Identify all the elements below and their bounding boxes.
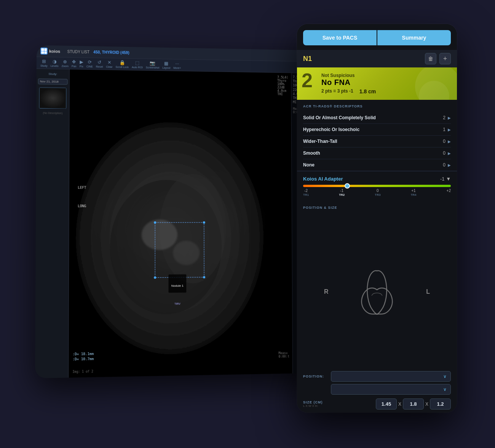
thyroid-label-r: R — [324, 288, 329, 295]
adjust-icon: ◑ — [53, 59, 56, 64]
ai-adapter-section: Koios AI Adapter -1 ▼ -2 TR1 — [297, 171, 457, 201]
thyroid-label-l: L — [426, 288, 430, 295]
size-w-input[interactable] — [403, 398, 424, 410]
toolbar-roi-label: Auto ROI — [132, 66, 143, 69]
toolbar-cine[interactable]: ⟳ CINE — [86, 59, 93, 68]
toolbar-pix[interactable]: ▶ Pix — [80, 59, 83, 68]
toolbar-zoom[interactable]: ⊕ Zoom — [62, 59, 69, 67]
toolbar-clear[interactable]: ✕ Clear — [106, 60, 113, 68]
position-select-1[interactable]: ∨ — [331, 371, 451, 382]
thyroid-diagram: R L — [303, 213, 451, 371]
logo-icon — [40, 48, 48, 54]
toolbar-auto-roi[interactable]: ⬚ Auto ROI — [132, 60, 143, 69]
ai-slider-num-1: -1 — [340, 189, 343, 193]
logo-dot — [41, 51, 44, 54]
toolbar-reset[interactable]: ↺ Reset — [96, 59, 103, 68]
descriptor-arrow-1: ▶ — [448, 128, 451, 132]
save-to-pacs-button[interactable]: Save to PACS — [303, 30, 377, 45]
descriptor-row-2[interactable]: Wider-Than-Tall 0 ▶ — [303, 136, 451, 147]
ai-slider-thumb[interactable] — [345, 183, 350, 189]
toolbar-layout-label: Layout — [162, 66, 170, 69]
size-label: SIZE (CM) — [303, 400, 323, 404]
toolbar-cine-label: CINE — [86, 65, 93, 68]
study-list-label: STUDY LIST — [67, 50, 90, 54]
descriptor-score-4: 0 — [438, 162, 446, 168]
ai-adapter-dropdown-arrow: ▼ — [446, 176, 451, 182]
toolbar-zoom-label: Zoom — [62, 65, 69, 67]
image-number: Img: 1 of 2 — [72, 370, 93, 374]
ai-adapter-label: Koios AI Adapter — [303, 176, 343, 182]
toolbar-scroll-lock[interactable]: 🔒 Scroll Lock — [116, 60, 129, 68]
ai-slider-track — [303, 185, 451, 187]
summary-button[interactable]: Summary — [377, 30, 451, 45]
us-params-right: 7.5L4(Thyro100%22dB4.0cmTHI — [277, 76, 288, 96]
descriptor-row-1[interactable]: Hyperechoic Or Isoechoic 1 ▶ — [303, 124, 451, 136]
thumbnail-image — [40, 88, 66, 108]
study-date-select[interactable]: Nov 21, 2018 — [38, 78, 68, 85]
position-size-section: POSITION & SIZE R L — [297, 201, 457, 413]
descriptor-row-4[interactable]: None 0 ▶ — [303, 159, 451, 171]
ai-adapter-value-text: -1 — [440, 176, 445, 182]
logo-text: koios — [49, 49, 60, 54]
descriptor-name-3: Smooth — [303, 150, 438, 156]
toolbar-more[interactable]: ··· More+ — [173, 61, 181, 69]
add-nodule-button[interactable]: + — [439, 53, 451, 64]
pacs-main-image[interactable]: Nodule 1 TIRV LEFT LONG 7.5L4(Thyro100%2… — [69, 69, 292, 378]
size-h-input[interactable] — [430, 398, 451, 410]
ultrasound-canvas: Nodule 1 TIRV LEFT LONG 7.5L4(Thyro100%2… — [69, 69, 292, 378]
descriptors-section: ACR TI-RADS® DESCRIPTORS Solid Or Almost… — [297, 100, 457, 171]
pan-icon: ✥ — [72, 59, 76, 64]
thyroid-svg — [339, 259, 415, 324]
measure-d1: :D= 18.1mm — [73, 352, 94, 356]
toolbar-pan[interactable]: ✥ Pan — [72, 59, 77, 67]
score-size: 1.8 cm — [359, 88, 376, 94]
ai-slider-cat-2: TR3 — [375, 193, 380, 197]
pacs-viewer-tablet: koios STUDY LIST 450, THYROID (459) ⊞ St… — [35, 45, 326, 378]
svg-point-6 — [154, 221, 156, 224]
koios-logo: koios — [40, 48, 60, 55]
descriptor-arrow-2: ▶ — [448, 139, 451, 144]
position-size-label: POSITION & SIZE — [303, 206, 451, 210]
descriptor-score-3: 0 — [438, 150, 446, 156]
svg-point-7 — [203, 221, 205, 224]
sidebar-study-label: Study: — [38, 72, 68, 76]
descriptors-section-label: ACR TI-RADS® DESCRIPTORS — [303, 104, 451, 108]
size-l-input[interactable] — [376, 398, 397, 410]
pacs-sidebar: Study: Nov 21, 2018 (No Description) — [35, 69, 70, 378]
svg-text:TIRV: TIRV — [174, 302, 180, 305]
toolbar-levels-label: Levels — [51, 64, 59, 67]
grid-icon: ⊞ — [42, 59, 46, 64]
descriptor-arrow-3: ▶ — [448, 151, 451, 155]
no-description: (No Description) — [38, 112, 67, 115]
nodule-header-icons: 🗑 + — [425, 53, 451, 64]
delete-nodule-button[interactable]: 🗑 — [425, 53, 436, 64]
layout-icon: ▦ — [164, 61, 168, 66]
size-x-1: X — [398, 402, 401, 407]
toolbar-study-label: Study — [40, 64, 47, 67]
ai-slider-num-0: -2 — [304, 189, 308, 193]
position-row-2: ∨ — [303, 384, 451, 395]
pacs-viewer-area: Study: Nov 21, 2018 (No Description) — [35, 69, 326, 378]
study-info: 450, THYROID (459) — [93, 50, 129, 55]
descriptor-score-1: 1 — [438, 127, 446, 132]
camera-icon: 📷 — [150, 61, 155, 66]
main-scene: koios STUDY LIST 450, THYROID (459) ⊞ St… — [38, 24, 457, 424]
logo-dot — [44, 51, 47, 54]
toolbar-layout[interactable]: ▦ Layout — [162, 61, 170, 69]
descriptor-row-0[interactable]: Solid Or Almost Completely Solid 2 ▶ — [303, 112, 451, 124]
descriptor-row-3[interactable]: Smooth 0 ▶ — [303, 147, 451, 159]
ai-slider-cat-3: TR4 — [410, 193, 416, 197]
long-label: LONG — [78, 204, 86, 208]
size-input-group: X X — [325, 398, 451, 410]
study-thumbnail[interactable] — [39, 87, 67, 109]
toolbar-reset-label: Reset — [96, 65, 103, 68]
toolbar-study[interactable]: ⊞ Study — [40, 59, 47, 67]
position-select-2[interactable]: ∨ — [331, 384, 451, 395]
toolbar-screenshot[interactable]: 📷 Screenshot — [146, 61, 159, 69]
svg-text:Nodule 1: Nodule 1 — [171, 284, 184, 287]
measure-d2: :D= 10.7mm — [73, 357, 94, 361]
size-labels: SIZE (CM) L X W X H: — [303, 400, 323, 408]
toolbar-levels[interactable]: ◑ Levels — [51, 59, 59, 67]
toolbar-scroll-lock-label: Scroll Lock — [116, 66, 129, 69]
ai-adapter-value[interactable]: -1 ▼ — [440, 176, 451, 182]
